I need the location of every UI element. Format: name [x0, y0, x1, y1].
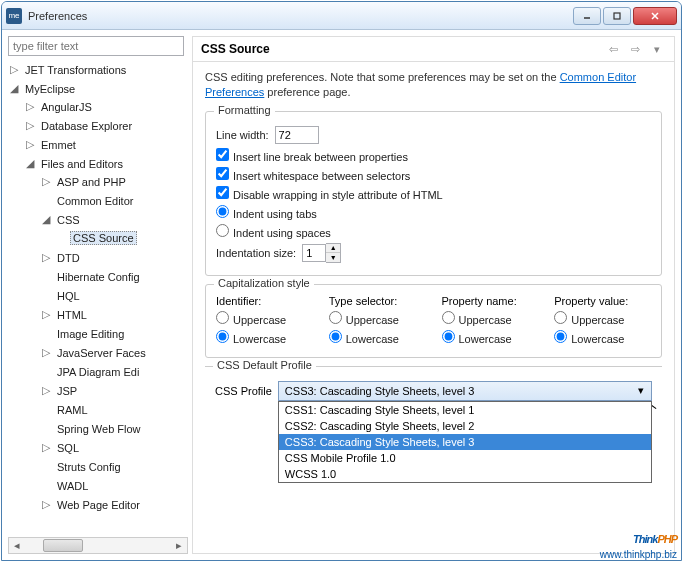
tree-item-wadl[interactable]: WADL: [54, 480, 91, 492]
line-width-input[interactable]: [275, 126, 319, 144]
expand-icon[interactable]: ▷: [24, 139, 36, 151]
tree-item-spring[interactable]: Spring Web Flow: [54, 423, 144, 435]
propval-lower[interactable]: Lowercase: [554, 330, 624, 345]
expand-icon[interactable]: ▷: [40, 385, 52, 397]
css-profile-option[interactable]: CSS1: Cascading Style Sheets, level 1: [279, 402, 651, 418]
close-button[interactable]: [633, 7, 677, 25]
nav-forward-icon[interactable]: ⇨: [626, 41, 644, 57]
capitalization-group: Capitalization style Identifier: Upperca…: [205, 284, 662, 358]
cb-linebreak-input[interactable]: [216, 148, 229, 161]
scroll-right-icon[interactable]: ▸: [171, 538, 187, 553]
minimize-button[interactable]: [573, 7, 601, 25]
nav-back-icon[interactable]: ⇦: [604, 41, 622, 57]
collapse-icon[interactable]: ◢: [8, 83, 20, 95]
preferences-window: me Preferences ▷JET Transformations ◢MyE…: [1, 1, 682, 561]
rb-spaces-input[interactable]: [216, 224, 229, 237]
left-pane: ▷JET Transformations ◢MyEclipse ▷Angular…: [8, 36, 188, 554]
tree-item-html[interactable]: HTML: [54, 309, 90, 321]
cb-whitespace-input[interactable]: [216, 167, 229, 180]
titlebar: me Preferences: [2, 2, 681, 30]
tree-item-dtd[interactable]: DTD: [54, 252, 83, 264]
expand-icon[interactable]: ▷: [8, 64, 20, 76]
cb-linebreak[interactable]: Insert line break between properties: [216, 148, 408, 163]
tree-item-struts[interactable]: Struts Config: [54, 461, 124, 473]
propval-upper[interactable]: Uppercase: [554, 311, 624, 326]
css-profile-option[interactable]: CSS2: Cascading Style Sheets, level 2: [279, 418, 651, 434]
tree-item-webpage[interactable]: Web Page Editor: [54, 499, 143, 511]
css-profile-display[interactable]: CSS3: Cascading Style Sheets, level 3 ▾: [278, 381, 652, 401]
nav-menu-icon[interactable]: ▾: [648, 41, 666, 57]
expand-icon[interactable]: ▷: [40, 176, 52, 188]
identifier-lower[interactable]: Lowercase: [216, 330, 286, 345]
right-pane: CSS Source ⇦ ⇨ ▾ CSS editing preferences…: [192, 36, 675, 554]
spin-down-icon[interactable]: ▼: [326, 253, 340, 262]
tree-item-dbexplorer[interactable]: Database Explorer: [38, 120, 135, 132]
tree-item-asp-php[interactable]: ASP and PHP: [54, 176, 129, 188]
maximize-button[interactable]: [603, 7, 631, 25]
rb-spaces[interactable]: Indent using spaces: [216, 224, 331, 239]
expand-icon[interactable]: ▷: [24, 101, 36, 113]
expand-icon[interactable]: ▷: [40, 442, 52, 454]
chevron-down-icon[interactable]: ▾: [633, 383, 649, 399]
tree-item-raml[interactable]: RAML: [54, 404, 91, 416]
css-profile-dropdown[interactable]: CSS1: Cascading Style Sheets, level 1 CS…: [278, 401, 652, 483]
cb-wrapping[interactable]: Disable wrapping in style attribute of H…: [216, 186, 443, 201]
collapse-icon[interactable]: ◢: [24, 158, 36, 170]
tree-item-jpa[interactable]: JPA Diagram Edi: [54, 366, 142, 378]
indent-size-label: Indentation size:: [216, 247, 296, 259]
css-profile-combo[interactable]: CSS3: Cascading Style Sheets, level 3 ▾ …: [278, 381, 652, 401]
formatting-group: Formatting Line width: Insert line break…: [205, 111, 662, 276]
type-lower[interactable]: Lowercase: [329, 330, 399, 345]
tree-item-css-source[interactable]: CSS Source: [70, 231, 137, 245]
formatting-title: Formatting: [214, 104, 275, 116]
horizontal-scrollbar[interactable]: ◂ ▸: [8, 537, 188, 554]
preferences-tree[interactable]: ▷JET Transformations ◢MyEclipse ▷Angular…: [8, 60, 188, 535]
type-selector-label: Type selector:: [329, 295, 426, 307]
tree-item-image-editing[interactable]: Image Editing: [54, 328, 127, 340]
scrollbar-thumb[interactable]: [43, 539, 83, 552]
tree-item-common-editor[interactable]: Common Editor: [54, 195, 136, 207]
tree-item-emmet[interactable]: Emmet: [38, 139, 79, 151]
expand-icon[interactable]: ▷: [40, 252, 52, 264]
page-title: CSS Source: [201, 42, 604, 56]
tree-item-hibernate[interactable]: Hibernate Config: [54, 271, 143, 283]
collapse-icon[interactable]: ◢: [40, 214, 52, 226]
propname-lower[interactable]: Lowercase: [442, 330, 512, 345]
tree-item-angular[interactable]: AngularJS: [38, 101, 95, 113]
identifier-upper[interactable]: Uppercase: [216, 311, 286, 326]
expand-icon[interactable]: ▷: [24, 120, 36, 132]
css-profile-selected-text: CSS3: Cascading Style Sheets, level 3: [285, 385, 475, 397]
rb-tabs[interactable]: Indent using tabs: [216, 205, 317, 220]
svg-rect-1: [614, 13, 620, 19]
spin-up-icon[interactable]: ▲: [326, 244, 340, 253]
tree-item-jet[interactable]: JET Transformations: [22, 64, 129, 76]
window-title: Preferences: [28, 10, 573, 22]
css-profile-label: CSS Profile: [215, 385, 272, 397]
propname-upper[interactable]: Uppercase: [442, 311, 512, 326]
tree-item-myeclipse[interactable]: MyEclipse: [22, 83, 78, 95]
tree-item-sql[interactable]: SQL: [54, 442, 82, 454]
line-width-label: Line width:: [216, 129, 269, 141]
expand-icon[interactable]: ▷: [40, 309, 52, 321]
cb-whitespace[interactable]: Insert whitespace between selectors: [216, 167, 410, 182]
cb-wrapping-input[interactable]: [216, 186, 229, 199]
tree-item-css[interactable]: CSS: [54, 214, 83, 226]
tree-item-hql[interactable]: HQL: [54, 290, 83, 302]
filter-input[interactable]: [8, 36, 184, 56]
rb-tabs-input[interactable]: [216, 205, 229, 218]
expand-icon[interactable]: ▷: [40, 347, 52, 359]
tree-item-files-editors[interactable]: Files and Editors: [38, 158, 126, 170]
css-profile-option[interactable]: CSS Mobile Profile 1.0: [279, 450, 651, 466]
capitalization-title: Capitalization style: [214, 277, 314, 289]
css-profile-option[interactable]: WCSS 1.0: [279, 466, 651, 482]
css-profile-option[interactable]: CSS3: Cascading Style Sheets, level 3: [279, 434, 651, 450]
type-upper[interactable]: Uppercase: [329, 311, 399, 326]
tree-item-jsp[interactable]: JSP: [54, 385, 80, 397]
page-description: CSS editing preferences. Note that some …: [205, 70, 662, 101]
indent-size-input[interactable]: [302, 244, 326, 262]
tree-item-jsf[interactable]: JavaServer Faces: [54, 347, 149, 359]
scroll-left-icon[interactable]: ◂: [9, 538, 25, 553]
indent-size-spinner[interactable]: ▲▼: [302, 243, 341, 263]
expand-icon[interactable]: ▷: [40, 499, 52, 511]
identifier-label: Identifier:: [216, 295, 313, 307]
